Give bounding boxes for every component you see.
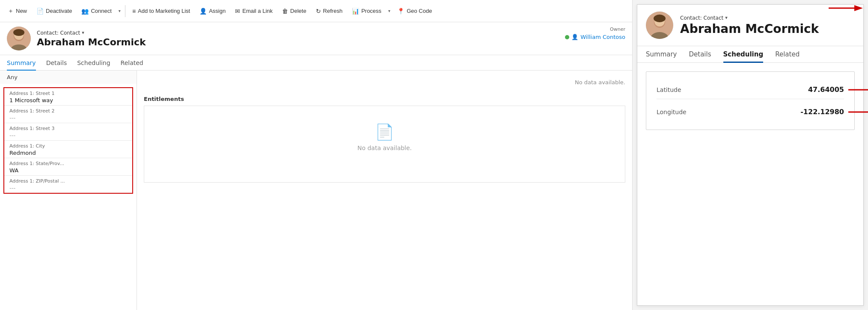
tabs-bar: Summary Details Scheduling Related [0,55,632,71]
longitude-arrow [848,107,868,117]
right-type-chevron[interactable]: ▾ [725,15,728,21]
right-tab-scheduling[interactable]: Scheduling [723,46,764,63]
delete-icon: 🗑 [282,8,288,15]
header-info: Contact: Contact ▾ Abraham McCormick [37,30,625,47]
assign-label: Assign [209,8,226,14]
right-avatar [646,12,673,39]
main-content: Any Address 1: Street 1 1 Microsoft way … [0,71,632,310]
new-label: New [16,8,27,14]
right-record-header: Contact: Contact ▾ Abraham McCormick [637,5,863,46]
longitude-row: Longitude -122.12980 [657,103,844,121]
email-icon: ✉ [235,8,240,15]
street2-field: Address 1: Street 2 --- [4,106,132,123]
record-header: Contact: Contact ▾ Abraham McCormick Own… [0,22,632,55]
address-section: Address 1: Street 1 1 Microsoft way Addr… [3,87,133,194]
longitude-label: Longitude [657,109,687,115]
delete-button[interactable]: 🗑 Delete [278,5,311,17]
latitude-value: 47.64005 [808,86,844,94]
contact-type: Contact: Contact ▾ [37,30,625,36]
street1-label: Address 1: Street 1 [9,91,127,96]
street3-label: Address 1: Street 3 [9,126,127,131]
right-header-info: Contact: Contact ▾ Abraham McCormick [680,15,855,36]
refresh-button[interactable]: ↻ Refresh [312,5,347,17]
owner-name[interactable]: William Contoso [580,34,625,40]
right-tab-details[interactable]: Details [689,46,711,63]
owner-label: Owner [565,27,625,32]
street2-value: --- [9,115,127,121]
street1-field: Address 1: Street 1 1 Microsoft way [4,88,132,106]
marketing-icon: ≡ [132,8,136,15]
right-contact-type: Contact: Contact ▾ [680,15,855,21]
entitlements-empty-text: No data available. [357,145,412,151]
right-contact-name: Abraham McCormick [680,22,855,36]
right-panel: Contact: Contact ▾ Abraham McCormick Sum… [637,4,864,306]
document-icon: 📄 [375,123,394,141]
svg-point-6 [13,29,24,36]
latitude-row: Latitude 47.64005 [657,80,844,99]
zip-value: --- [9,185,127,191]
tab-scheduling[interactable]: Scheduling [77,55,110,71]
street3-value: --- [9,132,127,139]
deactivate-icon: 📄 [36,8,44,15]
entitlements-section: Entitlements 📄 No data available. [144,96,625,183]
deactivate-button[interactable]: 📄 Deactivate [32,5,76,17]
street2-label: Address 1: Street 2 [9,108,127,114]
geocode-button[interactable]: 📍 Geo Code [393,5,436,17]
email-label: Email a Link [242,8,273,14]
zip-label: Address 1: ZIP/Postal ... [9,178,127,184]
delete-label: Delete [290,8,306,14]
state-field: Address 1: State/Prov... WA [4,158,132,176]
refresh-icon: ↻ [316,8,321,15]
plus-icon: ＋ [8,7,14,15]
street3-field: Address 1: Street 3 --- [4,123,132,141]
longitude-value: -122.12980 [800,108,844,116]
street1-value: 1 Microsoft way [9,97,127,103]
tab-details[interactable]: Details [46,55,67,71]
marketing-button[interactable]: ≡ Add to Marketing List [128,5,194,17]
left-panel: ＋ New 📄 Deactivate 👥 Connect ▾ ≡ Add to … [0,0,633,310]
user-icon: 👤 [571,34,578,40]
entitlements-box: 📄 No data available. [144,106,625,183]
email-button[interactable]: ✉ Email a Link [231,5,277,17]
contact-type-text: Contact: Contact [37,30,80,36]
new-button[interactable]: ＋ New [3,5,31,18]
zip-field: Address 1: ZIP/Postal ... --- [4,176,132,193]
tab-summary[interactable]: Summary [7,55,36,71]
process-label: Process [361,8,381,14]
process-button[interactable]: 📊 Process [348,5,386,17]
assign-icon: 👤 [199,8,207,15]
contact-name: Abraham McCormick [37,37,625,47]
geocode-label: Geo Code [407,8,432,14]
connect-button[interactable]: 👥 Connect [77,5,116,17]
deactivate-label: Deactivate [46,8,72,14]
state-value: WA [9,167,127,174]
entitlements-empty: 📄 No data available. [144,106,625,168]
address-column: Any Address 1: Street 1 1 Microsoft way … [0,71,137,310]
geocode-icon: 📍 [397,8,404,15]
owner-status-dot [565,35,569,39]
assign-button[interactable]: 👤 Assign [195,5,230,17]
city-value: Redmond [9,150,127,156]
scheduling-content: Latitude 47.64005 Longitude -122.12980 [637,63,863,305]
toolbar: ＋ New 📄 Deactivate 👥 Connect ▾ ≡ Add to … [0,0,632,22]
city-label: Address 1: City [9,143,127,149]
geo-card: Latitude 47.64005 Longitude -122.12980 [646,71,855,130]
tab-related[interactable]: Related [121,55,143,71]
right-tab-related[interactable]: Related [775,46,800,63]
right-column: No data available. Entitlements 📄 No dat… [137,71,632,310]
connect-label: Connect [91,8,111,14]
avatar [7,27,31,50]
owner-section: Owner 👤 William Contoso [565,27,625,40]
owner-value: 👤 William Contoso [565,34,625,40]
city-field: Address 1: City Redmond [4,141,132,158]
connect-icon: 👥 [81,8,89,15]
refresh-label: Refresh [323,8,343,14]
process-icon: 📊 [352,8,359,15]
right-tab-summary[interactable]: Summary [646,46,677,63]
any-header: Any [0,71,137,84]
process-chevron[interactable]: ▾ [386,6,392,16]
separator-1 [125,5,125,17]
type-chevron[interactable]: ▾ [82,30,84,35]
right-tabs-bar: Summary Details Scheduling Related [637,46,863,63]
connect-chevron[interactable]: ▾ [117,6,122,16]
